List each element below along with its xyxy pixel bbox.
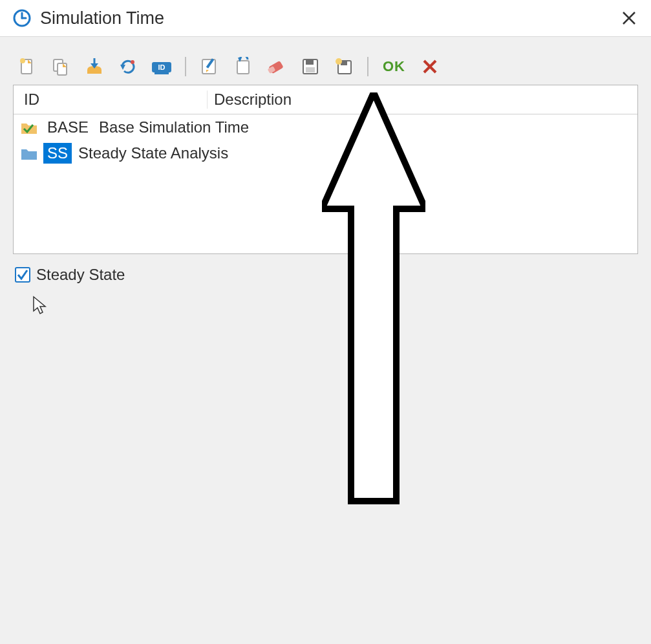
simulation-time-list: ID Description BASE Base Simulation Time [13, 85, 638, 254]
steady-state-checkbox-row: Steady State [13, 266, 638, 284]
row-description: Steady State Analysis [72, 144, 637, 162]
window-close-button[interactable] [614, 8, 645, 28]
svg-marker-13 [120, 65, 125, 70]
ok-button[interactable]: OK [380, 57, 408, 76]
svg-point-7 [20, 58, 25, 63]
import-icon[interactable] [83, 55, 106, 78]
row-id: BASE [43, 117, 92, 138]
svg-marker-35 [34, 297, 45, 314]
toolbar-separator [367, 57, 368, 76]
steady-state-label: Steady State [36, 266, 125, 284]
window-title: Simulation Time [40, 8, 164, 28]
edit-icon[interactable] [198, 55, 221, 78]
svg-point-14 [131, 60, 134, 64]
row-description: Base Simulation Time [92, 118, 637, 136]
erase-icon[interactable] [265, 55, 288, 78]
cursor-icon [32, 295, 48, 315]
new-document-icon[interactable] [16, 55, 39, 78]
column-header-id[interactable]: ID [14, 91, 208, 109]
list-header: ID Description [14, 85, 637, 114]
svg-rect-17 [155, 72, 169, 74]
list-body: BASE Base Simulation Time SS Steady Stat… [14, 114, 637, 253]
toolbar-separator [185, 57, 186, 76]
undo-page-icon[interactable] [231, 55, 255, 78]
svg-text:ID: ID [158, 63, 165, 71]
id-tag-icon[interactable]: ID [150, 55, 173, 78]
title-bar: Simulation Time [0, 0, 651, 37]
clock-icon [12, 8, 32, 28]
save-icon[interactable] [299, 55, 322, 78]
save-as-icon[interactable] [332, 55, 356, 78]
list-row[interactable]: SS Steady State Analysis [14, 140, 637, 166]
svg-point-30 [336, 58, 342, 65]
folder-icon [20, 145, 38, 161]
svg-rect-27 [306, 67, 315, 72]
toolbar: ID [13, 52, 638, 85]
row-id: SS [43, 143, 72, 164]
list-row[interactable]: BASE Base Simulation Time [14, 114, 637, 140]
svg-rect-33 [16, 268, 30, 282]
cancel-button[interactable] [418, 55, 442, 78]
column-header-description[interactable]: Description [208, 91, 637, 109]
client-area: ID [0, 37, 651, 644]
copy-icon[interactable] [49, 55, 72, 78]
folder-check-icon [20, 120, 38, 135]
svg-rect-26 [306, 59, 314, 65]
refresh-icon[interactable] [116, 55, 140, 78]
svg-rect-21 [237, 61, 249, 74]
svg-rect-9 [58, 63, 67, 75]
steady-state-checkbox[interactable] [14, 266, 31, 283]
